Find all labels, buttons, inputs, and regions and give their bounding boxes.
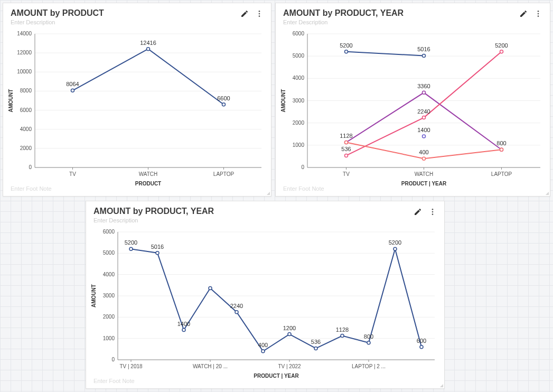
y-tick-label: 3000 [293, 98, 305, 104]
y-tick-label: 6000 [103, 229, 115, 235]
y-tick-label: 8000 [20, 88, 32, 94]
chart-footnote-placeholder[interactable]: Enter Foot Note [93, 378, 135, 384]
value-label: 536 [341, 146, 351, 152]
data-point[interactable] [345, 141, 348, 144]
value-label: 12416 [140, 40, 156, 46]
data-point[interactable] [314, 347, 317, 350]
resize-handle[interactable] [546, 192, 549, 195]
chart-card-chart1: AMOUNT by PRODUCTEnter Description020004… [3, 3, 271, 197]
x-tick-label: TV | 2018 [119, 363, 143, 369]
value-label: 400 [419, 149, 428, 155]
y-tick-label: 2000 [293, 120, 305, 126]
y-tick-label: 6000 [20, 107, 32, 113]
value-label: 1128 [336, 326, 349, 333]
data-point[interactable] [209, 286, 212, 290]
x-tick-label: WATCH [139, 171, 158, 177]
y-axis-title: AMOUNT [91, 284, 97, 307]
y-tick-label: 6000 [293, 31, 305, 36]
series-line [346, 92, 502, 150]
y-tick-label: 14000 [17, 31, 32, 36]
value-label: 5016 [417, 46, 430, 52]
data-point[interactable] [345, 154, 348, 157]
resize-handle[interactable] [267, 192, 270, 195]
data-point[interactable] [261, 350, 265, 353]
data-point[interactable] [393, 247, 397, 250]
y-tick-label: 3000 [103, 293, 115, 298]
data-point[interactable] [345, 50, 348, 53]
data-point[interactable] [129, 247, 133, 250]
value-label: 3360 [417, 83, 430, 89]
value-label: 1400 [177, 321, 190, 327]
y-tick-label: 1000 [293, 142, 305, 148]
y-tick-label: 0 [29, 164, 32, 170]
y-tick-label: 12000 [17, 50, 32, 55]
value-label: 5200 [389, 239, 401, 246]
data-point[interactable] [423, 135, 426, 138]
series-line [346, 52, 502, 156]
data-point[interactable] [235, 311, 238, 314]
data-point[interactable] [423, 91, 426, 94]
x-tick-label: TV [343, 171, 350, 177]
x-tick-label: WATCH [415, 171, 434, 177]
data-point[interactable] [367, 341, 370, 344]
data-point[interactable] [423, 116, 426, 119]
y-tick-label: 4000 [20, 126, 32, 132]
value-label: 536 [311, 339, 321, 345]
x-tick-label: LAPTOP [213, 171, 235, 177]
value-label: 5200 [340, 42, 352, 49]
value-label: 800 [364, 333, 373, 340]
y-tick-label: 4000 [103, 272, 115, 277]
chart-svg: 0100020003000400050006000520050161128336… [276, 3, 551, 197]
data-point[interactable] [341, 334, 344, 338]
value-label: 1400 [417, 127, 430, 133]
value-label: 2240 [417, 108, 430, 115]
y-tick-label: 1000 [103, 335, 115, 341]
y-tick-label: 5000 [103, 250, 115, 256]
value-label: 2240 [230, 303, 243, 309]
value-label: 1128 [340, 133, 352, 139]
y-tick-label: 0 [111, 357, 115, 362]
x-tick-label: LAPTOP | 2 ... [352, 363, 386, 369]
value-label: 1200 [283, 325, 296, 331]
chart-card-chart3: AMOUNT by PRODUCT, YEAREnter Description… [86, 201, 445, 389]
chart-footnote-placeholder[interactable]: Enter Foot Note [11, 185, 52, 192]
data-point[interactable] [182, 329, 185, 332]
value-label: 5200 [495, 42, 508, 49]
series-line [73, 49, 224, 105]
data-point[interactable] [147, 48, 150, 51]
value-label: 6600 [217, 95, 230, 101]
x-tick-label: TV | 2022 [278, 363, 301, 369]
data-point[interactable] [71, 89, 74, 92]
series-line [131, 249, 421, 351]
data-point[interactable] [423, 54, 426, 57]
value-label: 800 [496, 140, 506, 146]
y-tick-label: 5000 [293, 53, 305, 59]
chart-svg: 0100020003000400050006000520050161400224… [86, 201, 445, 389]
x-axis-title: PRODUCT [135, 181, 161, 186]
x-tick-label: WATCH | 20 ... [193, 363, 228, 369]
y-tick-label: 0 [301, 164, 304, 170]
y-tick-label: 2000 [20, 145, 32, 151]
y-tick-label: 4000 [293, 75, 305, 81]
y-axis-title: AMOUNT [8, 89, 14, 113]
chart-svg: 0200040006000800010000120001400080641241… [3, 3, 272, 197]
data-point[interactable] [423, 157, 426, 160]
value-label: 5200 [125, 239, 137, 246]
y-axis-title: AMOUNT [280, 89, 286, 113]
resize-handle[interactable] [440, 384, 443, 387]
data-point[interactable] [156, 251, 159, 255]
x-tick-label: LAPTOP [491, 171, 512, 177]
data-point[interactable] [500, 148, 503, 151]
data-point[interactable] [420, 346, 423, 349]
data-point[interactable] [288, 333, 291, 336]
x-axis-title: PRODUCT | YEAR [401, 181, 447, 186]
y-tick-label: 2000 [103, 314, 115, 320]
data-point[interactable] [500, 50, 503, 53]
chart-card-chart2: AMOUNT by PRODUCT, YEAREnter Description… [275, 3, 550, 197]
value-label: 5016 [151, 244, 164, 250]
chart-footnote-placeholder[interactable]: Enter Foot Note [283, 185, 324, 192]
value-label: 8064 [66, 81, 79, 87]
x-axis-title: PRODUCT | YEAR [254, 373, 299, 379]
data-point[interactable] [222, 103, 226, 106]
value-label: 600 [417, 338, 426, 344]
